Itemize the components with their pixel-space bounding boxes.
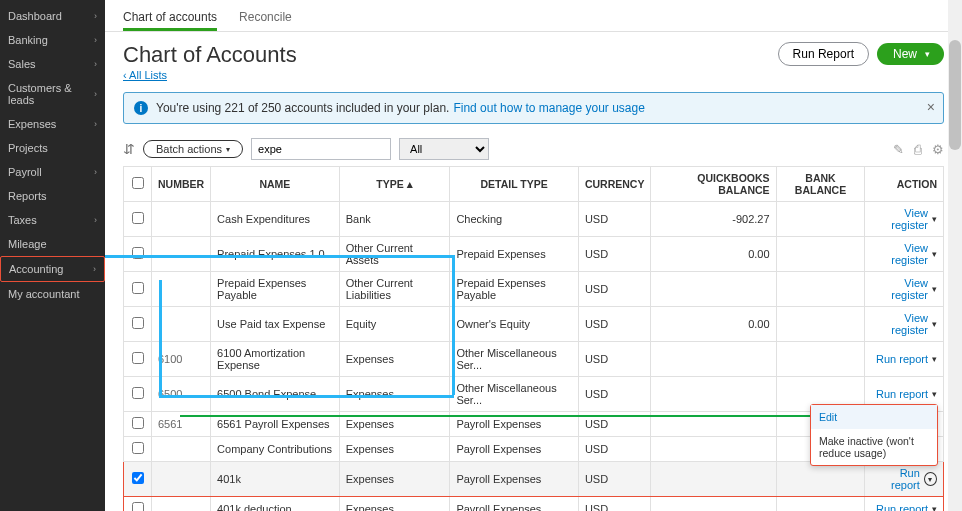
cell-number <box>152 202 211 237</box>
pencil-icon[interactable]: ✎ <box>893 142 904 157</box>
col-action[interactable]: ACTION <box>865 167 944 202</box>
cell-action: Run report▾ <box>865 342 944 377</box>
filter-icon[interactable]: ⇵ <box>123 141 135 157</box>
row-checkbox[interactable] <box>132 472 144 484</box>
row-checkbox[interactable] <box>132 387 144 399</box>
cell-detail: Owner's Equity <box>450 307 579 342</box>
sidebar-item-sales[interactable]: Sales› <box>0 52 105 76</box>
row-action-link[interactable]: View register <box>871 207 928 231</box>
gear-icon[interactable]: ⚙ <box>932 142 944 157</box>
row-action-link[interactable]: Run report <box>876 503 928 511</box>
cell-qb-balance <box>651 377 776 412</box>
row-checkbox[interactable] <box>132 442 144 454</box>
caret-down-icon[interactable]: ▾ <box>932 249 937 259</box>
sidebar-item-mileage[interactable]: Mileage <box>0 232 105 256</box>
select-all-checkbox[interactable] <box>132 177 144 189</box>
row-checkbox[interactable] <box>132 417 144 429</box>
sidebar-item-customers[interactable]: Customers & leads› <box>0 76 105 112</box>
banner-link[interactable]: Find out how to manage your usage <box>453 101 644 115</box>
scrollbar-thumb[interactable] <box>949 40 961 150</box>
row-action-link[interactable]: Run report <box>871 467 919 491</box>
caret-down-icon[interactable]: ▾ <box>932 354 937 364</box>
row-action-link[interactable]: Run report <box>876 388 928 400</box>
sidebar-item-accounting[interactable]: Accounting› <box>0 256 105 282</box>
cell-detail: Prepaid Expenses Payable <box>450 272 579 307</box>
col-currency[interactable]: CURRENCY <box>578 167 651 202</box>
col-bank-balance[interactable]: BANK BALANCE <box>776 167 865 202</box>
chevron-right-icon: › <box>93 264 96 274</box>
cell-detail: Prepaid Expenses <box>450 237 579 272</box>
annotation-line <box>159 395 454 398</box>
sidebar-item-banking[interactable]: Banking› <box>0 28 105 52</box>
chevron-right-icon: › <box>94 89 97 99</box>
caret-down-icon[interactable]: ▾ <box>932 504 937 511</box>
tab-chart-of-accounts[interactable]: Chart of accounts <box>123 6 217 31</box>
row-checkbox[interactable] <box>132 352 144 364</box>
col-qb-balance[interactable]: QUICKBOOKS BALANCE <box>651 167 776 202</box>
col-name[interactable]: NAME <box>211 167 340 202</box>
cell-name: 6500 Bond Expense <box>211 377 340 412</box>
run-report-button[interactable]: Run Report <box>778 42 869 66</box>
caret-down-icon[interactable]: ▾ <box>932 214 937 224</box>
chevron-right-icon: › <box>94 119 97 129</box>
new-button[interactable]: New▾ <box>877 43 944 65</box>
info-icon: i <box>134 101 148 115</box>
row-checkbox[interactable] <box>132 212 144 224</box>
row-action-link[interactable]: View register <box>871 277 928 301</box>
caret-down-icon[interactable]: ▾ <box>932 284 937 294</box>
cell-type: Other Current Assets <box>339 237 450 272</box>
cell-bank-balance <box>776 272 865 307</box>
sidebar-item-payroll[interactable]: Payroll› <box>0 160 105 184</box>
close-icon[interactable]: × <box>927 99 935 115</box>
table-row: 401k deductionExpensesPayroll ExpensesUS… <box>124 497 944 512</box>
batch-actions-button[interactable]: Batch actions▾ <box>143 140 243 158</box>
caret-down-icon[interactable]: ▾ <box>924 472 937 486</box>
caret-down-icon[interactable]: ▾ <box>932 319 937 329</box>
cell-qb-balance <box>651 497 776 512</box>
row-checkbox[interactable] <box>132 282 144 294</box>
cell-action: Run report▾ <box>865 462 944 497</box>
sidebar-item-taxes[interactable]: Taxes› <box>0 208 105 232</box>
cell-type: Equity <box>339 307 450 342</box>
annotation-line <box>159 280 162 395</box>
sidebar-item-accountant[interactable]: My accountant <box>0 282 105 306</box>
search-input[interactable] <box>251 138 391 160</box>
cell-action: View register▾ <box>865 237 944 272</box>
usage-banner: i You're using 221 of 250 accounts inclu… <box>123 92 944 124</box>
caret-down-icon: ▾ <box>226 145 230 154</box>
cell-currency: USD <box>578 202 651 237</box>
cell-qb-balance: 0.00 <box>651 307 776 342</box>
cell-type: Expenses <box>339 497 450 512</box>
menu-item-make-inactive[interactable]: Make inactive (won't reduce usage) <box>811 429 937 465</box>
table-row: Prepaid Expenses 1.0Other Current Assets… <box>124 237 944 272</box>
caret-down-icon[interactable]: ▾ <box>932 389 937 399</box>
sidebar: Dashboard› Banking› Sales› Customers & l… <box>0 0 105 511</box>
cell-currency: USD <box>578 462 651 497</box>
row-action-link[interactable]: View register <box>871 242 928 266</box>
cell-action: View register▾ <box>865 272 944 307</box>
col-type[interactable]: TYPE ▴ <box>339 167 450 202</box>
row-action-link[interactable]: Run report <box>876 353 928 365</box>
back-link[interactable]: ‹ All Lists <box>123 69 167 81</box>
sidebar-item-dashboard[interactable]: Dashboard› <box>0 4 105 28</box>
sidebar-item-expenses[interactable]: Expenses› <box>0 112 105 136</box>
col-detail-type[interactable]: DETAIL TYPE <box>450 167 579 202</box>
cell-number <box>152 462 211 497</box>
sidebar-item-reports[interactable]: Reports <box>0 184 105 208</box>
tab-reconcile[interactable]: Reconcile <box>239 6 292 31</box>
row-action-link[interactable]: View register <box>871 312 928 336</box>
cell-name: Company Contributions <box>211 437 340 462</box>
row-checkbox[interactable] <box>132 317 144 329</box>
type-filter-select[interactable]: All <box>399 138 489 160</box>
row-action-menu: Edit Make inactive (won't reduce usage) <box>810 404 938 466</box>
sidebar-item-projects[interactable]: Projects <box>0 136 105 160</box>
cell-action: Run report▾ <box>865 497 944 512</box>
caret-down-icon: ▾ <box>925 49 930 59</box>
cell-name: Prepaid Expenses 1.0 <box>211 237 340 272</box>
print-icon[interactable]: ⎙ <box>914 142 922 157</box>
row-checkbox[interactable] <box>132 502 144 511</box>
cell-detail: Checking <box>450 202 579 237</box>
col-number[interactable]: NUMBER <box>152 167 211 202</box>
menu-item-edit[interactable]: Edit <box>811 405 937 429</box>
cell-name: 401k deduction <box>211 497 340 512</box>
